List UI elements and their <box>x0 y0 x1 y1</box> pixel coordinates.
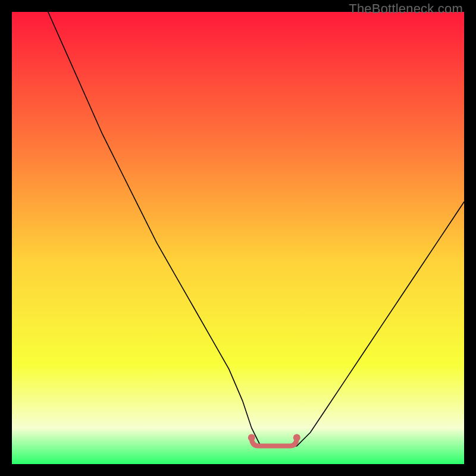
plot-area <box>12 12 464 464</box>
basin-left-endpoint <box>248 434 255 441</box>
watermark-label: TheBottleneck.com <box>349 1 463 17</box>
gradient-background <box>12 12 464 464</box>
chart-frame: TheBottleneck.com <box>0 0 476 476</box>
basin-right-endpoint <box>293 434 300 441</box>
chart-svg <box>12 12 464 464</box>
